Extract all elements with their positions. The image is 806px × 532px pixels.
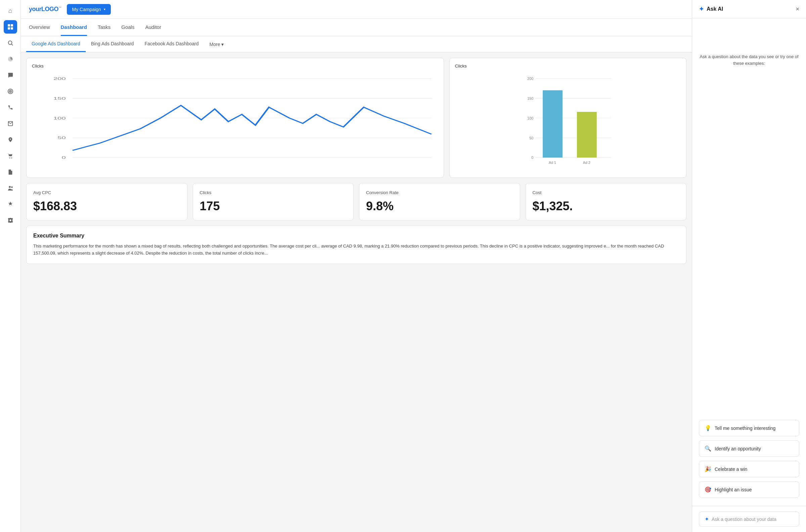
- sub-tab-facebook[interactable]: Facebook Ads Dashboard: [139, 36, 204, 52]
- ai-button-highlight[interactable]: 🎯 Highlight an issue: [699, 481, 799, 498]
- metrics-row: Avg CPC $168.83 Clicks 175 Conversion Ra…: [26, 183, 687, 220]
- svg-rect-0: [8, 24, 10, 26]
- content-area: Clicks 200 150 100 50 0: [21, 52, 692, 532]
- campaign-chevron-icon: ▾: [104, 7, 105, 11]
- bar-chart-card: Clicks 200 150 100 50 0: [449, 58, 687, 178]
- sub-tab-google[interactable]: Google Ads Dashboard: [26, 36, 85, 52]
- metric-value-clicks: 175: [200, 199, 347, 213]
- svg-point-12: [11, 186, 13, 188]
- sub-tab-bing[interactable]: Bing Ads Dashboard: [85, 36, 139, 52]
- sidebar-icon-chat[interactable]: [4, 69, 17, 82]
- svg-text:0: 0: [61, 155, 65, 160]
- ai-input-field[interactable]: ✦ Ask a question about your data: [699, 512, 799, 527]
- metric-label-cost: Cost: [533, 190, 680, 195]
- svg-text:200: 200: [53, 76, 66, 81]
- logo-trademark: ™: [58, 6, 61, 10]
- exec-summary-text: This marketing performance for the month…: [33, 243, 679, 257]
- svg-point-4: [8, 41, 12, 45]
- sidebar-icon-search[interactable]: [4, 36, 17, 50]
- ai-example-buttons: 💡 Tell me something interesting 🔍 Identi…: [699, 420, 799, 498]
- metric-value-conversion: 9.8%: [366, 199, 513, 213]
- svg-text:0: 0: [531, 155, 533, 159]
- ai-button-tell-me[interactable]: 💡 Tell me something interesting: [699, 420, 799, 436]
- bar-chart-container: 200 150 100 50 0 Ad 1 Ad 2: [455, 71, 681, 172]
- ai-panel: ✦ Ask AI × Ask a question about the data…: [692, 0, 806, 532]
- svg-rect-1: [11, 24, 13, 26]
- ai-description: Ask a question about the data you see or…: [699, 53, 799, 66]
- svg-text:50: 50: [529, 136, 533, 140]
- bar-ad1: [543, 90, 562, 157]
- logo-your: your: [29, 6, 41, 13]
- logo: yourLOGO™: [29, 6, 61, 13]
- ai-panel-body: Ask a question about the data you see or…: [692, 18, 806, 506]
- issue-icon: 🎯: [705, 486, 711, 493]
- bar-chart-svg: 200 150 100 50 0 Ad 1 Ad 2: [455, 71, 681, 172]
- sidebar: ⌂: [0, 0, 21, 532]
- bar-ad2: [577, 112, 597, 157]
- campaign-button-label: My Campaign: [72, 7, 101, 12]
- svg-text:150: 150: [53, 96, 66, 100]
- sidebar-icon-phone[interactable]: [4, 101, 17, 114]
- sidebar-icon-home[interactable]: ⌂: [4, 4, 17, 17]
- ai-input-placeholder: Ask a question about your data: [712, 516, 776, 522]
- svg-text:Ad 2: Ad 2: [583, 160, 590, 165]
- metric-card-avg-cpc: Avg CPC $168.83: [26, 183, 187, 220]
- ai-input-area: ✦ Ask a question about your data: [692, 506, 806, 532]
- campaign-button[interactable]: My Campaign ▾: [67, 4, 111, 15]
- topbar: yourLOGO™ My Campaign ▾: [21, 0, 692, 19]
- tab-dashboard[interactable]: Dashboard: [61, 19, 87, 36]
- search-opportunity-icon: 🔍: [705, 445, 711, 452]
- metric-label-avg-cpc: Avg CPC: [33, 190, 180, 195]
- sidebar-icon-mail[interactable]: [4, 117, 17, 130]
- svg-text:100: 100: [53, 116, 66, 120]
- tab-overview[interactable]: Overview: [29, 19, 50, 36]
- more-button[interactable]: More ▾: [204, 36, 229, 52]
- ai-button-celebrate[interactable]: 🎉 Celebrate a win: [699, 461, 799, 477]
- metric-card-cost: Cost $1,325.: [525, 183, 687, 220]
- sidebar-icon-plugin[interactable]: [4, 197, 17, 211]
- svg-point-9: [9, 157, 10, 158]
- ai-input-spark-icon: ✦: [705, 516, 709, 522]
- svg-text:50: 50: [57, 136, 66, 140]
- bar-chart-title: Clicks: [455, 63, 681, 69]
- ai-button-opportunity[interactable]: 🔍 Identify an opportunity: [699, 440, 799, 457]
- svg-text:100: 100: [527, 116, 533, 120]
- line-chart-container: 200 150 100 50 0: [32, 71, 438, 172]
- svg-line-5: [12, 44, 13, 45]
- sidebar-icon-people[interactable]: [4, 182, 17, 195]
- sidebar-icon-doc[interactable]: [4, 165, 17, 179]
- svg-rect-2: [8, 27, 10, 30]
- logo-logo: LOGO: [41, 6, 58, 13]
- sidebar-icon-target[interactable]: [4, 84, 17, 98]
- ai-panel-header: ✦ Ask AI ×: [692, 0, 806, 18]
- tab-goals[interactable]: Goals: [121, 19, 134, 36]
- more-chevron-icon: ▾: [221, 42, 224, 47]
- line-chart-title: Clicks: [32, 63, 438, 69]
- main-area: yourLOGO™ My Campaign ▾ Overview Dashboa…: [21, 0, 692, 532]
- sidebar-icon-location[interactable]: [4, 133, 17, 147]
- tab-auditor[interactable]: Auditor: [145, 19, 161, 36]
- charts-row: Clicks 200 150 100 50 0: [26, 58, 687, 178]
- ai-sparkle-icon: ✦: [699, 5, 704, 13]
- sub-tabs: Google Ads Dashboard Bing Ads Dashboard …: [21, 36, 692, 52]
- metric-card-conversion: Conversion Rate 9.8%: [359, 183, 520, 220]
- line-chart-svg: 200 150 100 50 0: [32, 71, 438, 172]
- metric-label-conversion: Conversion Rate: [366, 190, 513, 195]
- metric-value-avg-cpc: $168.83: [33, 199, 180, 213]
- metric-label-clicks: Clicks: [200, 190, 347, 195]
- svg-text:Ad 1: Ad 1: [549, 160, 556, 165]
- party-icon: 🎉: [705, 466, 711, 472]
- svg-point-8: [10, 91, 11, 92]
- line-chart-card: Clicks 200 150 100 50 0: [26, 58, 444, 178]
- sidebar-icon-grid[interactable]: [4, 20, 17, 34]
- sidebar-icon-chart[interactable]: [4, 52, 17, 66]
- sidebar-icon-settings[interactable]: [4, 214, 17, 227]
- nav-tabs: Overview Dashboard Tasks Goals Auditor: [21, 19, 692, 36]
- sidebar-icon-cart[interactable]: [4, 149, 17, 163]
- svg-rect-3: [11, 27, 13, 30]
- ai-close-button[interactable]: ×: [795, 6, 799, 12]
- svg-text:150: 150: [527, 96, 533, 100]
- metric-value-cost: $1,325.: [533, 199, 680, 213]
- lightbulb-icon: 💡: [705, 425, 711, 431]
- tab-tasks[interactable]: Tasks: [98, 19, 111, 36]
